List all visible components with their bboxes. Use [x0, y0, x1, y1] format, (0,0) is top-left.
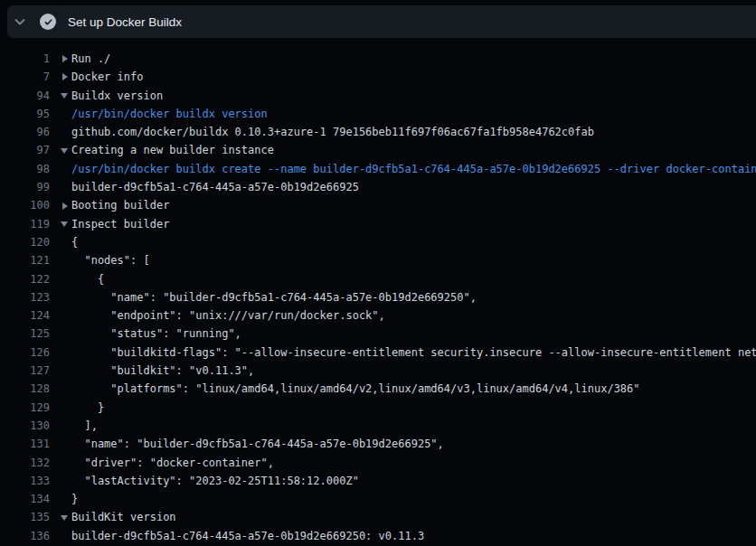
- line-number-link[interactable]: 135: [0, 508, 50, 526]
- line-number-link[interactable]: 125: [0, 325, 50, 343]
- group-toggle[interactable]: [50, 50, 71, 68]
- group-label[interactable]: Run ./: [71, 50, 110, 68]
- triangle-down-icon[interactable]: [61, 221, 68, 227]
- group-label[interactable]: Booting builder: [71, 196, 169, 214]
- line-number-link[interactable]: 7: [0, 68, 50, 86]
- arrow-spacer: [50, 288, 71, 306]
- arrow-spacer: [50, 270, 71, 288]
- log-line: 1Run ./: [0, 50, 756, 68]
- log-line: 124 "endpoint": "unix:///var/run/docker.…: [0, 306, 756, 325]
- arrow-spacer: [50, 454, 71, 472]
- line-number-link[interactable]: 134: [0, 490, 50, 508]
- line-number-link[interactable]: 130: [0, 417, 50, 435]
- group-toggle[interactable]: [50, 141, 71, 159]
- line-number-link[interactable]: 121: [0, 251, 50, 269]
- log-line: 131 "name": "builder-d9cfb5a1-c764-445a-…: [0, 435, 756, 453]
- output-text: "buildkit": "v0.11.3",: [71, 362, 254, 380]
- log-line: 7Docker info: [0, 68, 756, 86]
- line-number-link[interactable]: 129: [0, 399, 50, 417]
- line-number-link[interactable]: 99: [0, 178, 50, 196]
- line-number-link[interactable]: 96: [0, 123, 50, 141]
- log-lines: 1Run ./7Docker info94Buildx version95/us…: [0, 38, 756, 545]
- output-text: "driver": "docker-container",: [71, 454, 274, 472]
- output-text: github.com/docker/buildx 0.10.3+azure-1 …: [71, 123, 594, 141]
- arrow-spacer: [50, 490, 71, 508]
- group-label[interactable]: Creating a new builder instance: [71, 141, 274, 159]
- group-label[interactable]: Inspect builder: [71, 215, 169, 233]
- line-number-link[interactable]: 100: [0, 196, 50, 214]
- line-number-link[interactable]: 120: [0, 233, 50, 251]
- output-text: "name": "builder-d9cfb5a1-c764-445a-a57e…: [71, 435, 444, 453]
- line-number-link[interactable]: 124: [0, 306, 50, 325]
- output-text: "status": "running",: [71, 325, 241, 343]
- triangle-down-icon[interactable]: [61, 515, 68, 521]
- line-number-link[interactable]: 95: [0, 105, 50, 123]
- line-number-link[interactable]: 133: [0, 472, 50, 490]
- step-title: Set up Docker Buildx: [68, 15, 182, 29]
- line-number-link[interactable]: 128: [0, 380, 50, 398]
- group-toggle[interactable]: [50, 196, 71, 214]
- group-toggle[interactable]: [50, 87, 71, 105]
- log-line: 128 "platforms": "linux/amd64,linux/amd6…: [0, 380, 756, 398]
- line-number-link[interactable]: 119: [0, 215, 50, 233]
- line-number-link[interactable]: 123: [0, 288, 50, 306]
- collapse-step-button[interactable]: [7, 5, 33, 38]
- output-text: }: [71, 490, 78, 508]
- log-line: 136builder-d9cfb5a1-c764-445a-a57e-0b19d…: [0, 527, 756, 545]
- group-toggle[interactable]: [50, 215, 71, 233]
- arrow-spacer: [50, 380, 71, 398]
- output-text: "endpoint": "unix:///var/run/docker.sock…: [71, 306, 385, 325]
- triangle-down-icon[interactable]: [61, 93, 68, 99]
- group-label[interactable]: BuildKit version: [71, 508, 176, 526]
- log-line: 122 {: [0, 270, 756, 288]
- arrow-spacer: [50, 417, 71, 435]
- log-line: 96github.com/docker/buildx 0.10.3+azure-…: [0, 123, 756, 141]
- line-number-link[interactable]: 127: [0, 362, 50, 380]
- line-number-link[interactable]: 131: [0, 435, 50, 453]
- triangle-right-icon[interactable]: [62, 55, 68, 62]
- output-text: "platforms": "linux/amd64,linux/amd64/v2…: [71, 380, 640, 398]
- log-line: 127 "buildkit": "v0.11.3",: [0, 362, 756, 380]
- triangle-down-icon[interactable]: [61, 148, 68, 154]
- arrow-spacer: [50, 233, 71, 251]
- arrow-spacer: [50, 362, 71, 380]
- line-number-link[interactable]: 1: [0, 50, 50, 68]
- arrow-spacer: [50, 160, 71, 178]
- arrow-spacer: [50, 527, 71, 545]
- arrow-spacer: [50, 105, 71, 123]
- output-text: {: [71, 233, 78, 251]
- step-header[interactable]: Set up Docker Buildx: [7, 5, 756, 38]
- arrow-spacer: [50, 178, 71, 196]
- command-text: /usr/bin/docker buildx version: [71, 105, 268, 123]
- log-line: 133 "lastActivity": "2023-02-25T11:58:12…: [0, 472, 756, 490]
- line-number-link[interactable]: 98: [0, 160, 50, 178]
- log-line: 95/usr/bin/docker buildx version: [0, 105, 756, 123]
- log-line: 134}: [0, 490, 756, 508]
- line-number-link[interactable]: 97: [0, 141, 50, 159]
- triangle-right-icon[interactable]: [62, 202, 68, 210]
- line-number-link[interactable]: 122: [0, 270, 50, 288]
- log-line: 99builder-d9cfb5a1-c764-445a-a57e-0b19d2…: [0, 178, 756, 196]
- line-number-link[interactable]: 136: [0, 527, 50, 545]
- log-line: 94Buildx version: [0, 87, 756, 105]
- line-number-link[interactable]: 126: [0, 344, 50, 362]
- group-toggle[interactable]: [50, 508, 71, 526]
- group-toggle[interactable]: [50, 68, 71, 86]
- line-number-link[interactable]: 132: [0, 454, 50, 472]
- log-line: 135BuildKit version: [0, 508, 756, 526]
- output-text: {: [71, 270, 104, 288]
- arrow-spacer: [50, 435, 71, 453]
- output-text: }: [71, 399, 104, 417]
- log-line: 123 "name": "builder-d9cfb5a1-c764-445a-…: [0, 288, 756, 306]
- group-label[interactable]: Docker info: [71, 68, 143, 86]
- output-text: "lastActivity": "2023-02-25T11:58:12.000…: [71, 472, 359, 490]
- line-number-link[interactable]: 94: [0, 87, 50, 105]
- log-line: 121 "nodes": [: [0, 251, 756, 269]
- log-line: 129 }: [0, 399, 756, 417]
- command-text: /usr/bin/docker buildx create --name bui…: [71, 160, 756, 178]
- arrow-spacer: [50, 344, 71, 362]
- triangle-right-icon[interactable]: [62, 73, 68, 80]
- output-text: builder-d9cfb5a1-c764-445a-a57e-0b19d2e6…: [71, 527, 424, 545]
- group-label[interactable]: Buildx version: [71, 87, 163, 105]
- output-text: "name": "builder-d9cfb5a1-c764-445a-a57e…: [71, 288, 477, 306]
